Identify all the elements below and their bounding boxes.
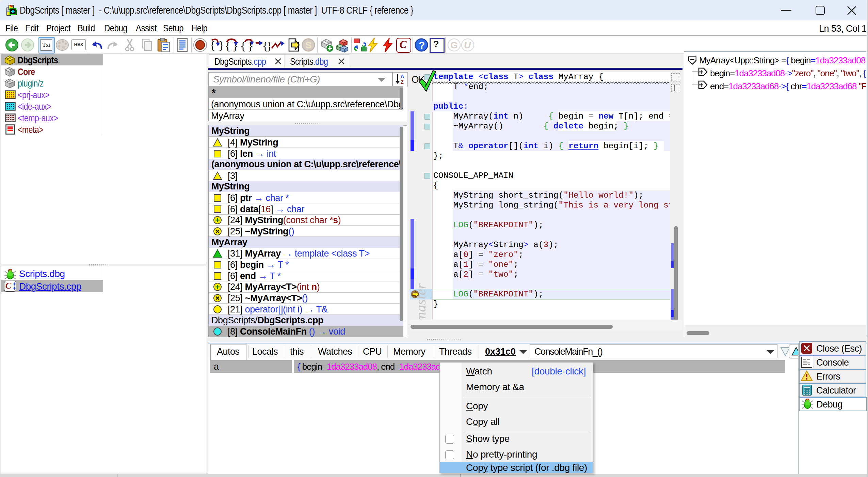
- svg-text:G: G: [450, 40, 458, 50]
- svg-text:U: U: [464, 40, 471, 50]
- svg-text:Z: Z: [401, 79, 404, 84]
- svg-text:S: S: [305, 40, 312, 50]
- svg-text:{: {: [210, 39, 215, 51]
- svg-text:?: ?: [419, 40, 425, 51]
- svg-text:}: }: [267, 40, 270, 52]
- svg-text:A: A: [401, 74, 404, 79]
- svg-text:}: }: [219, 39, 224, 51]
